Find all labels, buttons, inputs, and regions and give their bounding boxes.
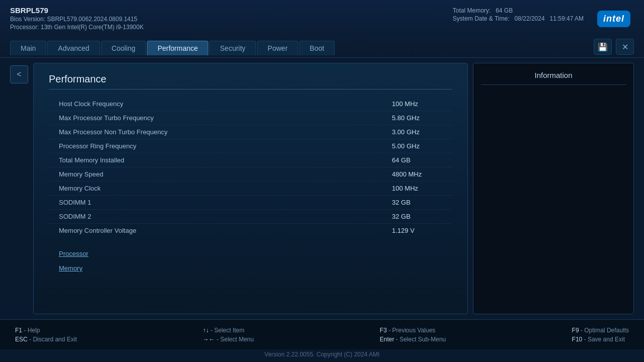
- f3-sep: -: [388, 327, 392, 334]
- memory-value: 64 GB: [496, 7, 513, 14]
- setting-label: SODIMM 2: [49, 213, 91, 220]
- footer-arrows: ↑↓ - Select Item: [203, 327, 254, 334]
- footer-col-center-right: F3 - Previous Values Enter - Select Sub-…: [380, 327, 446, 343]
- close-button[interactable]: ✕: [616, 39, 634, 55]
- footer-col-right: F9 - Optimal Defaults F10 - Save and Exi…: [572, 327, 629, 343]
- nav-right: 💾 ✕: [594, 39, 634, 57]
- footer-f3: F3 - Previous Values: [380, 327, 446, 334]
- table-row: Memory Controller Voltage 1.129 V: [49, 224, 452, 237]
- enter-key: Enter: [380, 336, 394, 343]
- tab-main[interactable]: Main: [10, 41, 46, 55]
- esc-desc: Discard and Exit: [33, 336, 76, 343]
- setting-value: 64 GB: [392, 156, 452, 164]
- f10-desc: Save and Exit: [588, 336, 625, 343]
- model-name: SBRPL579: [10, 6, 143, 15]
- tab-advanced[interactable]: Advanced: [47, 41, 100, 55]
- datetime-label: System Date & Time:: [453, 15, 510, 22]
- setting-value: 5.00 GHz: [392, 142, 452, 150]
- bios-version: SBRPL579.0062.2024.0809.1415: [47, 16, 137, 23]
- f3-key: F3: [380, 327, 387, 334]
- setting-value: 32 GB: [392, 199, 452, 206]
- arrows-sep: -: [210, 327, 214, 334]
- f10-key: F10: [572, 336, 583, 343]
- memory-row: Total Memory: 64 GB: [453, 7, 584, 14]
- version-text: Version 2.22.0055. Copyright (C) 2024 AM…: [265, 351, 380, 358]
- footer-f10: F10 - Save and Exit: [572, 336, 629, 343]
- info-panel: Information: [473, 63, 634, 314]
- content-wrapper: < Performance Host Clock Frequency 100 M…: [0, 58, 644, 319]
- back-icon: <: [17, 70, 21, 79]
- date-value: 08/22/2024: [515, 15, 545, 22]
- f1-key: F1: [15, 327, 22, 334]
- arrows-desc: Select Item: [214, 327, 245, 334]
- tab-boot[interactable]: Boot: [299, 41, 335, 55]
- header-top: SBRPL579 Bios Version: SBRPL579.0062.202…: [10, 6, 634, 31]
- footer: F1 - Help ESC - Discard and Exit ↑↓ - Se…: [0, 319, 644, 349]
- table-row: SODIMM 2 32 GB: [49, 210, 452, 224]
- enter-desc: Select Sub-Menu: [399, 336, 446, 343]
- arrows-key: ↑↓: [203, 327, 209, 334]
- f1-desc: Help: [28, 327, 40, 334]
- footer-enter-arrows: →← - Select Menu: [203, 336, 254, 343]
- header-top-right: Total Memory: 64 GB System Date & Time: …: [453, 6, 634, 31]
- settings-table: Host Clock Frequency 100 MHz Max Process…: [49, 97, 452, 237]
- tab-cooling[interactable]: Cooling: [101, 41, 146, 55]
- back-button[interactable]: <: [10, 65, 28, 83]
- setting-label: Memory Controller Voltage: [49, 227, 136, 234]
- footer-f1: F1 - Help: [15, 327, 77, 334]
- table-row: Total Memory Installed 64 GB: [49, 153, 452, 167]
- processor-row: Processor: 13th Gen Intel(R) Core(TM) i9…: [10, 24, 143, 31]
- enter-arrows-desc: Select Menu: [220, 336, 254, 343]
- submenu-link-memory[interactable]: Memory: [49, 262, 452, 275]
- table-row: Memory Speed 4800 MHz: [49, 167, 452, 182]
- setting-label: SODIMM 1: [49, 199, 91, 206]
- intel-logo-text: intel: [597, 11, 630, 27]
- table-row: Host Clock Frequency 100 MHz: [49, 97, 452, 111]
- table-row: Max Processor Non Turbo Frequency 3.00 G…: [49, 125, 452, 139]
- footer-f9: F9 - Optimal Defaults: [572, 327, 629, 334]
- enter-arrows-sep: -: [216, 336, 220, 343]
- table-row: SODIMM 1 32 GB: [49, 196, 452, 210]
- submenu-link-processor[interactable]: Processor: [49, 247, 452, 260]
- f3-desc: Previous Values: [392, 327, 436, 334]
- tab-security[interactable]: Security: [209, 41, 256, 55]
- panel-title: Performance: [49, 73, 452, 89]
- setting-value: 32 GB: [392, 213, 452, 220]
- setting-value: 5.80 GHz: [392, 114, 452, 122]
- f10-sep: -: [584, 336, 588, 343]
- setting-label: Max Processor Non Turbo Frequency: [49, 128, 168, 136]
- datetime-row: System Date & Time: 08/22/2024 11:59:47 …: [453, 15, 584, 22]
- intel-logo: intel: [594, 6, 634, 31]
- header-info-right: Total Memory: 64 GB System Date & Time: …: [453, 6, 584, 22]
- tab-performance[interactable]: Performance: [147, 41, 208, 55]
- nav-tabs: Main Advanced Cooling Performance Securi…: [10, 36, 634, 57]
- esc-key: ESC: [15, 336, 28, 343]
- setting-label: Max Processor Turbo Frequency: [49, 114, 154, 122]
- footer-col-center-left: ↑↓ - Select Item →← - Select Menu: [203, 327, 254, 343]
- table-row: Max Processor Turbo Frequency 5.80 GHz: [49, 111, 452, 125]
- nav-tabs-left: Main Advanced Cooling Performance Securi…: [10, 41, 335, 55]
- info-title: Information: [481, 71, 626, 85]
- f9-key: F9: [572, 327, 579, 334]
- setting-label: Total Memory Installed: [49, 156, 124, 164]
- setting-value: 4800 MHz: [392, 170, 452, 178]
- setting-value: 3.00 GHz: [392, 128, 452, 136]
- setting-value: 100 MHz: [392, 100, 452, 108]
- submenu-section: Processor Memory: [49, 247, 452, 275]
- f1-sep: -: [24, 327, 27, 334]
- header-info-left: SBRPL579 Bios Version: SBRPL579.0062.202…: [10, 6, 143, 31]
- processor-label: Processor:: [10, 24, 39, 31]
- footer-col-left: F1 - Help ESC - Discard and Exit: [15, 327, 77, 343]
- setting-value: 1.129 V: [392, 227, 452, 234]
- save-button[interactable]: 💾: [594, 39, 612, 55]
- tab-power[interactable]: Power: [257, 41, 298, 55]
- table-row: Memory Clock 100 MHz: [49, 182, 452, 196]
- save-icon: 💾: [598, 42, 608, 52]
- memory-label: Total Memory:: [453, 7, 491, 14]
- bios-label: Bios Version:: [10, 16, 45, 23]
- main-panel: Performance Host Clock Frequency 100 MHz…: [33, 63, 468, 314]
- bios-version-row: Bios Version: SBRPL579.0062.2024.0809.14…: [10, 16, 143, 23]
- close-icon: ✕: [622, 42, 628, 52]
- setting-label: Processor Ring Frequency: [49, 142, 136, 150]
- setting-value: 100 MHz: [392, 185, 452, 192]
